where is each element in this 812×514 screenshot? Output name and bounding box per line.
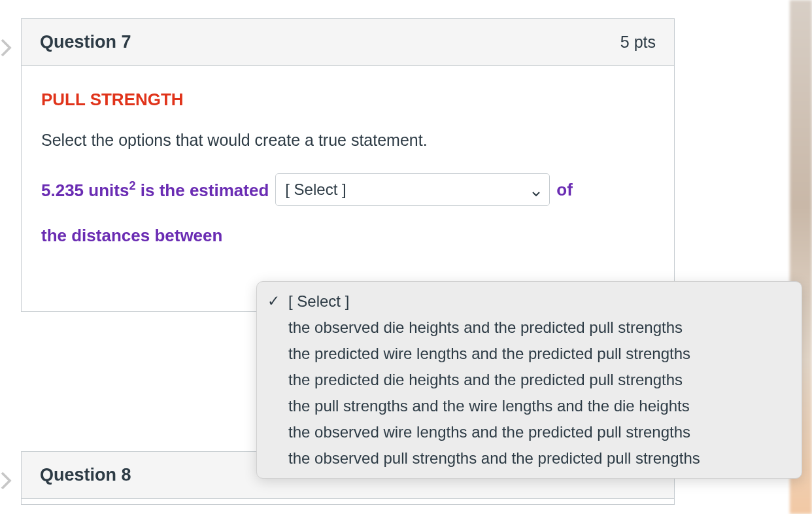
question-8-body <box>22 499 674 504</box>
expand-chevron-icon[interactable] <box>0 38 12 58</box>
dropdown-option-1[interactable]: the observed die heights and the predict… <box>257 315 802 341</box>
statement-row-1: 5.235 units2 is the estimated [ Select ]… <box>41 173 654 206</box>
expand-chevron-icon[interactable] <box>0 471 12 490</box>
dropdown-option-2[interactable]: the predicted wire lengths and the predi… <box>257 341 802 367</box>
dropdown-option-4[interactable]: the pull strengths and the wire lengths … <box>257 393 802 419</box>
select-value: [ Select ] <box>285 180 346 198</box>
statement-of: of <box>556 180 573 200</box>
statement-text-1: 5.235 units2 is the estimated <box>41 179 269 201</box>
dropdown-menu: [ Select ] the observed die heights and … <box>256 281 802 479</box>
question-7-header: Question 7 5 pts <box>22 19 674 66</box>
statement-text-2: the distances between <box>41 226 222 246</box>
question-8-title: Question 8 <box>40 465 131 485</box>
statement-text-suffix: is the estimated <box>136 180 269 199</box>
statement-text-exponent: 2 <box>129 179 135 192</box>
chevron-down-icon <box>531 184 541 195</box>
dropdown-option-5[interactable]: the observed wire lengths and the predic… <box>257 419 802 445</box>
statement-row-2: the distances between <box>41 226 654 246</box>
select-dropdown-1[interactable]: [ Select ] <box>275 173 550 206</box>
question-7-instruction: Select the options that would create a t… <box>41 131 654 150</box>
question-7-body: PULL STRENGTH Select the options that wo… <box>22 66 674 311</box>
dropdown-option-select[interactable]: [ Select ] <box>257 288 802 315</box>
question-7-card: Question 7 5 pts PULL STRENGTH Select th… <box>21 18 675 312</box>
question-7-points: 5 pts <box>620 33 656 52</box>
dropdown-option-3[interactable]: the predicted die heights and the predic… <box>257 367 802 393</box>
dropdown-option-6[interactable]: the observed pull strengths and the pred… <box>257 445 802 471</box>
statement-text-prefix: 5.235 units <box>41 180 129 199</box>
question-7-heading: PULL STRENGTH <box>41 90 654 110</box>
question-7-title: Question 7 <box>40 32 131 52</box>
